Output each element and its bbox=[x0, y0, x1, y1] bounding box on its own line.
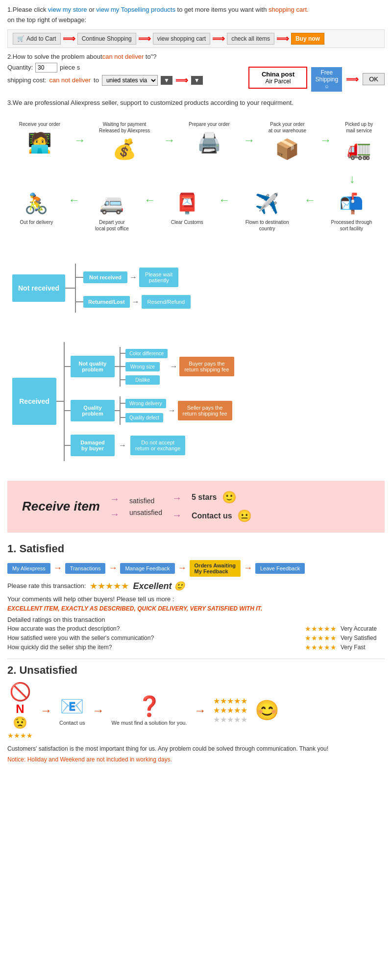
pink-result-arrows: → → bbox=[172, 492, 182, 521]
proc-label-9: Flown to destinationcountry bbox=[245, 219, 289, 232]
email-item: 📧 Contact us bbox=[59, 695, 85, 726]
fb-arrow2: → bbox=[108, 563, 117, 573]
pink-satisfied-row: satisfied bbox=[129, 497, 162, 505]
wrong-delivery: Wrong delivery bbox=[125, 399, 166, 408]
s1-post: to get more items you want with bbox=[177, 6, 269, 13]
add-to-cart-btn[interactable]: 🛒 Add to Cart bbox=[13, 33, 61, 45]
cant-deliver2: can not deliver bbox=[49, 76, 91, 84]
process-section: Receive your order 🧑‍💻 → Waiting for pay… bbox=[7, 114, 385, 244]
free-shipping-box: FreeShipping☺ bbox=[311, 67, 342, 92]
link-topselling[interactable]: view my Topselling products bbox=[96, 6, 175, 13]
neutral-emoji: 😐 bbox=[237, 509, 252, 523]
pink-arrow1: → bbox=[110, 493, 120, 505]
rate-row: Please rate this transaction: ★★★★★ Exce… bbox=[7, 581, 385, 591]
rec-h bbox=[56, 401, 64, 402]
stars-item: ★★★★★ ★★★★★ ★★★★★ bbox=[213, 696, 247, 724]
fb-manage-feedback[interactable]: Manage Feedback bbox=[120, 563, 174, 574]
shipping-select[interactable]: unied states via bbox=[102, 75, 158, 86]
find-label: We must find a solution for you. bbox=[112, 720, 187, 726]
rating-stars-2: ★★★★★ bbox=[305, 634, 337, 642]
cant-deliver: can not deliver bbox=[102, 53, 144, 60]
proc-icon-7: 🚐 bbox=[99, 192, 124, 215]
receive-title: Receive item bbox=[22, 499, 100, 514]
proc-pack-order: Pack your orderat our warehouse 📦 bbox=[266, 119, 309, 167]
rec-arrow2: → bbox=[168, 406, 176, 415]
proc-icon-1: 🧑‍💻 bbox=[27, 131, 52, 154]
page-wrapper: 1.Please click view my store or view my … bbox=[0, 0, 392, 773]
link-store[interactable]: view my store bbox=[48, 6, 87, 13]
qty-input[interactable] bbox=[35, 63, 57, 73]
pink-arrows: → → bbox=[110, 493, 120, 520]
buyer-pays: Buyer pays thereturn shipping fee bbox=[179, 357, 234, 376]
arrow1: ⟹ bbox=[63, 33, 75, 44]
arrow-cell-8: ← bbox=[304, 186, 316, 207]
shipping-row: Quantity: piece s shipping cost: can not… bbox=[7, 60, 385, 92]
fb-transactions[interactable]: Transactions bbox=[65, 563, 106, 574]
arrow-cell-3: → bbox=[243, 119, 255, 147]
fb-leave-feedback[interactable]: Leave Feedback bbox=[255, 563, 305, 574]
process-row1: Receive your order 🧑‍💻 → Waiting for pay… bbox=[12, 119, 380, 167]
continue-shopping-btn[interactable]: Continue Shopping bbox=[77, 33, 136, 45]
rec-b2: Qualityproblem Wrong delivery Quality de… bbox=[65, 396, 234, 425]
buy-now-btn[interactable]: Buy now bbox=[291, 33, 324, 45]
proc-pickup: Picked up bymail service 🚛 bbox=[343, 119, 375, 167]
result-arrow2: → bbox=[172, 510, 182, 521]
rating-stars-3: ★★★★★ bbox=[305, 643, 337, 651]
not-received-chart: Not received Not received → Please waitp… bbox=[7, 254, 385, 322]
proc-label-2: Waiting for paymentReleased by Aliexpres… bbox=[99, 121, 150, 134]
arrow-cell-7: ← bbox=[219, 186, 230, 207]
proc-receive-order: Receive your order 🧑‍💻 bbox=[17, 119, 63, 161]
arrow-cell-5: ← bbox=[68, 186, 80, 207]
shopping-cart-text: shopping cart. bbox=[269, 6, 309, 13]
rating-table: Detailed ratings on this transaction How… bbox=[7, 616, 385, 651]
china-post-box: China post Air Parcel bbox=[248, 67, 307, 89]
rec-damaged: Damagedby buyer bbox=[71, 435, 115, 456]
dropdown-icon[interactable]: ▼ bbox=[161, 76, 172, 85]
unsatisfied-flow: 🚫 N 😟 ★★★★ → 📧 Contact us → ❓ We must fi… bbox=[7, 682, 385, 739]
question-item: ❓ We must find a solution for you. bbox=[112, 695, 187, 726]
proc-prepare-order: Prepare your order 🖨️ bbox=[186, 119, 232, 161]
s1-line2: on the top right of webpage: bbox=[7, 15, 385, 25]
down-arrow: ↓ bbox=[12, 172, 355, 186]
nr-result1: Please waitpatiently bbox=[139, 268, 178, 287]
s2-title: 2.How to solve the problem aboutcan not … bbox=[7, 53, 385, 60]
rating-row-2: How satisfied were you with the seller's… bbox=[7, 634, 385, 642]
arrow2: ⟹ bbox=[138, 33, 151, 44]
check-items-btn[interactable]: check all items bbox=[227, 33, 274, 45]
unsatisfied-section: 2. Unsatisfied 🚫 N 😟 ★★★★ → 📧 Contact us… bbox=[7, 664, 385, 763]
view-cart-btn[interactable]: view shopping cart bbox=[153, 33, 210, 45]
proc-icon-8: 📮 bbox=[175, 192, 199, 215]
rec-not-quality: Not qualityproblem bbox=[71, 356, 115, 377]
nr-h1 bbox=[76, 277, 83, 278]
unsat-arrow1: → bbox=[40, 704, 52, 717]
footnote: Customers' satisfaction is the most impo… bbox=[7, 744, 385, 754]
rec-arrow1: → bbox=[170, 362, 177, 371]
process-row2: 🚴 Out for delivery ← 🚐 Depart yourlocal … bbox=[12, 186, 380, 234]
pink-contact-row: Contact us 😐 bbox=[192, 509, 252, 523]
divider bbox=[7, 659, 385, 659]
section2: 2.How to solve the problem aboutcan not … bbox=[7, 53, 385, 92]
happy-smiley: 😊 bbox=[255, 699, 279, 722]
proc-waiting-payment: Waiting for paymentReleased by Aliexpres… bbox=[97, 119, 152, 167]
post-arrow: ⟹ bbox=[346, 74, 359, 85]
pink-section: Receive item → → satisfied unsatisfied →… bbox=[7, 481, 385, 533]
proc-label-6: Out for delivery bbox=[20, 219, 53, 225]
question-icon: ❓ bbox=[137, 695, 162, 718]
shipping-left: Quantity: piece s shipping cost: can not… bbox=[7, 60, 239, 86]
proc-depart-post: 🚐 Depart yourlocal post office bbox=[93, 186, 131, 234]
shipping-cost-row: shipping cost: can not deliver to unied … bbox=[7, 75, 239, 86]
detailed-title: Detailed ratings on this transaction bbox=[7, 616, 385, 623]
ok-button[interactable]: OK bbox=[363, 73, 385, 85]
rec-b1-sub: Color difference Wrong size Dislike bbox=[120, 347, 168, 387]
unsat-arrow3: → bbox=[194, 704, 206, 717]
section1: 1.Please click view my store or view my … bbox=[7, 5, 385, 48]
dropdown-icon2[interactable]: ▼ bbox=[191, 76, 203, 85]
proc-label-4: Pack your orderat our warehouse bbox=[269, 121, 306, 134]
smiley-item: 😊 bbox=[255, 699, 279, 722]
fb-my-aliexpress[interactable]: My Aliexpress bbox=[7, 563, 50, 574]
rec-arrow3: → bbox=[119, 441, 126, 450]
rate-text: Please rate this transaction: bbox=[7, 582, 86, 589]
fb-orders-awaiting[interactable]: Orders AwaitingMy Feedback bbox=[190, 560, 241, 577]
unsatisfied-title: 2. Unsatisfied bbox=[7, 664, 385, 677]
proc-icon-5: 🚛 bbox=[347, 138, 371, 161]
